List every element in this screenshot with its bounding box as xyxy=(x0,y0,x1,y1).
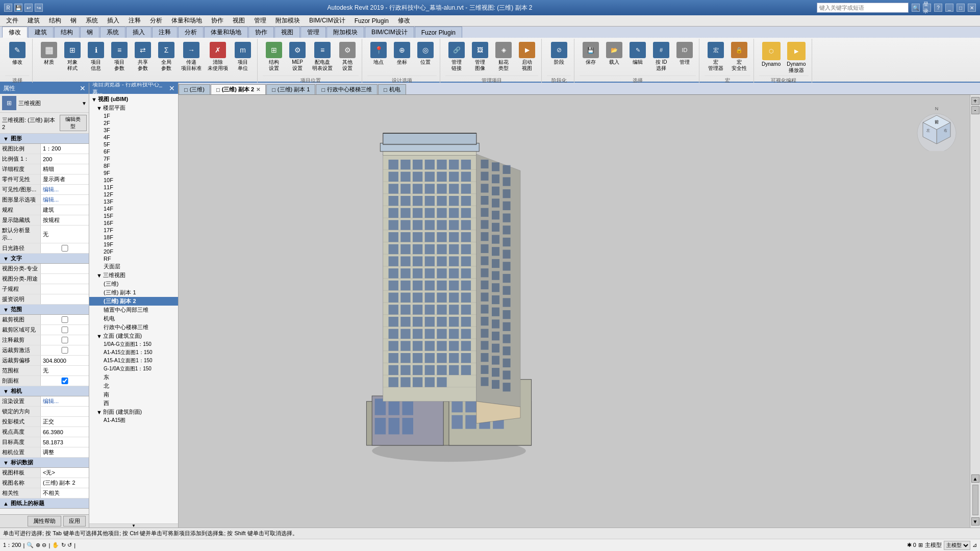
tree-floor-7f[interactable]: 7F xyxy=(89,155,178,162)
ribbon-btn-decal-types[interactable]: ◈ 贴花类型 xyxy=(492,40,515,73)
tree-elev-2[interactable]: A1-A15立面图1：150 xyxy=(89,348,178,357)
tree-floor-8f[interactable]: 8F xyxy=(89,162,178,169)
ribbon-tab-插入[interactable]: 插入 xyxy=(126,27,152,38)
ribbon-btn-material[interactable]: ▦ 材质 xyxy=(38,40,60,67)
tree-elev-1[interactable]: 1/0A-G立面图1：150 xyxy=(89,340,178,348)
tree-elev-3[interactable]: A15-A1立面图1：150 xyxy=(89,357,178,365)
prop-cv-value[interactable] xyxy=(41,315,89,324)
quick-access-undo[interactable]: ↩ xyxy=(24,4,33,12)
tree-root[interactable]: ▼ 视图 (uBIM) xyxy=(89,95,178,104)
signin-btn[interactable]: 登录 xyxy=(923,4,931,12)
tree-elev-south[interactable]: 南 xyxy=(89,390,178,399)
prop-ld-value[interactable] xyxy=(41,407,89,416)
prop-vt-value[interactable]: <无> xyxy=(41,468,89,478)
tree-floor-9f[interactable]: 9F xyxy=(89,169,178,177)
prop-dep-value[interactable]: 不相关 xyxy=(41,488,89,498)
ribbon-tab-结构[interactable]: 结构 xyxy=(54,27,80,38)
sun-path-checkbox[interactable] xyxy=(43,245,87,252)
ribbon-tab-注释[interactable]: 注释 xyxy=(152,27,178,38)
tree-3d-copy2[interactable]: (三维) 副本 2 xyxy=(89,297,178,306)
ribbon-btn-edit-selection[interactable]: ✎ 编辑 xyxy=(626,40,649,67)
close-btn[interactable]: ✕ xyxy=(968,4,976,12)
ribbon-btn-manage-images[interactable]: 🖼 管理图像 xyxy=(469,40,491,73)
tree-floor-12f[interactable]: 12F xyxy=(89,191,178,198)
help-btn[interactable]: ? xyxy=(934,4,942,12)
view-type-dropdown[interactable]: ▼ xyxy=(82,101,87,106)
prop-fca-value[interactable] xyxy=(41,345,89,355)
ribbon-btn-mep-settings[interactable]: ⚙ MEP设置 xyxy=(286,40,309,73)
maximize-btn[interactable]: □ xyxy=(957,4,965,12)
tree-floor-3f[interactable]: 3F xyxy=(89,127,178,134)
tree-floor-4f[interactable]: 4F xyxy=(89,134,178,141)
menu-item-视图[interactable]: 视图 xyxy=(229,15,249,27)
menu-item-插入[interactable]: 插入 xyxy=(103,15,123,27)
menu-item-钢[interactable]: 钢 xyxy=(66,15,81,27)
ribbon-btn-dynamo[interactable]: ⬡ Dynamo xyxy=(759,40,783,69)
ribbon-btn-panel-settings[interactable]: ≡ 配电盘明表设置 xyxy=(310,40,335,73)
ribbon-btn-security[interactable]: 🔒 宏安全性 xyxy=(728,40,750,73)
menu-item-分析[interactable]: 分析 xyxy=(146,15,166,27)
ribbon-tab-分析[interactable]: 分析 xyxy=(178,27,204,38)
viewport-canvas[interactable]: 前 右 左 N + - ▲ ▼ xyxy=(179,95,980,528)
quick-access-redo[interactable]: ↪ xyxy=(35,4,43,12)
tree-3d-mep[interactable]: 机电 xyxy=(89,314,178,323)
prop-ac-value[interactable] xyxy=(41,335,89,345)
menu-item-建筑[interactable]: 建筑 xyxy=(23,15,44,27)
ribbon-btn-other-settings[interactable]: ⚙ 其他设置 xyxy=(336,40,359,73)
far-clip-checkbox[interactable] xyxy=(43,347,87,354)
ribbon-btn-object-styles[interactable]: ⊞ 对象样式 xyxy=(61,40,84,73)
tree-floor-1f[interactable]: 1F xyxy=(89,112,178,119)
zoom-in-btn[interactable]: + xyxy=(971,97,979,105)
ribbon-tab-管理[interactable]: 管理 xyxy=(300,27,326,38)
ribbon-btn-project-info[interactable]: ℹ 项目信息 xyxy=(85,40,107,73)
tree-3d-copy1[interactable]: (三维) 副本 1 xyxy=(89,288,178,297)
ribbon-btn-id-manager[interactable]: ID 管理 xyxy=(673,40,696,67)
tree-floor-6f[interactable]: 6F xyxy=(89,148,178,155)
tree-floor-13f[interactable]: 13F xyxy=(89,198,178,205)
menu-item-附加模块[interactable]: 附加模块 xyxy=(271,15,304,27)
ribbon-tab-附加模块[interactable]: 附加模块 xyxy=(326,27,364,38)
ribbon-tab-BIM/CIM设计[interactable]: BIM/CIM设计 xyxy=(365,27,414,38)
minimize-btn[interactable]: _ xyxy=(945,4,953,12)
prop-discipline-value[interactable]: 建筑 xyxy=(41,205,89,215)
prop-vn-value[interactable]: (三维) 副本 2 xyxy=(41,478,89,488)
ribbon-tab-修改[interactable]: 修改 xyxy=(2,27,28,38)
identity-section-header[interactable]: ▼ 标识数据 xyxy=(0,458,89,468)
tree-sec-1[interactable]: A1-A15图 xyxy=(89,416,178,424)
prop-vcp-value[interactable] xyxy=(41,264,89,273)
text-section-header[interactable]: ▼ 文字 xyxy=(0,254,89,264)
prop-sb-value[interactable]: 无 xyxy=(41,366,89,375)
scroll-thumb[interactable] xyxy=(972,485,978,515)
tree-elev-east[interactable]: 东 xyxy=(89,373,178,382)
menu-item-系统[interactable]: 系统 xyxy=(82,15,102,27)
view-tab-mep[interactable]: □ 机电 xyxy=(378,84,406,94)
app-icon[interactable]: R xyxy=(4,4,12,12)
project-browser-close-btn[interactable]: ✕ xyxy=(169,84,175,92)
menu-item-协作[interactable]: 协作 xyxy=(207,15,228,27)
view-cube[interactable]: 前 右 左 N xyxy=(914,105,960,151)
tree-floor-tianmian[interactable]: 天面层 xyxy=(89,262,178,271)
ribbon-tab-系统[interactable]: 系统 xyxy=(100,27,125,38)
sheet-title-section-header[interactable]: ▲ 图纸上的标题 xyxy=(0,498,89,509)
tree-floor-2f[interactable]: 2F xyxy=(89,119,178,127)
tree-3d-views[interactable]: ▼ 三维视图 xyxy=(89,271,178,280)
prop-part-visibility-value[interactable]: 显示两者 xyxy=(41,174,89,184)
view-tab-3d-copy2[interactable]: □ (三维) 副本 2 ✕ xyxy=(211,84,266,94)
tree-floor-5f[interactable]: 5F xyxy=(89,141,178,148)
view-tab-3d-copy1[interactable]: □ (三维) 副本 1 xyxy=(266,84,315,94)
camera-section-header[interactable]: ▼ 相机 xyxy=(0,386,89,396)
scroll-down-btn[interactable]: ▼ xyxy=(971,517,979,525)
menu-item-Fuzor Plugin[interactable]: Fuzor Plugin xyxy=(350,15,393,27)
menu-item-BIM/CIM设计[interactable]: BIM/CIM设计 xyxy=(305,15,349,27)
tree-3d-admin[interactable]: 行政中心楼梯三维 xyxy=(89,323,178,332)
tree-sections[interactable]: ▼ 剖面 (建筑剖面) xyxy=(89,408,178,416)
prop-detail-level-value[interactable]: 精细 xyxy=(41,164,89,174)
ribbon-btn-coordinates[interactable]: ⊕ 坐标 xyxy=(391,40,413,67)
prop-fco-value[interactable]: 304.8000 xyxy=(41,356,89,365)
ribbon-btn-units[interactable]: m 项目单位 xyxy=(232,40,254,73)
tree-elev-west[interactable]: 西 xyxy=(89,399,178,408)
prop-notes-value[interactable] xyxy=(41,294,89,304)
workset-select[interactable]: 主模型 xyxy=(944,541,970,550)
search-input[interactable] xyxy=(817,3,909,13)
prop-hidden-lines-value[interactable]: 按规程 xyxy=(41,215,89,225)
